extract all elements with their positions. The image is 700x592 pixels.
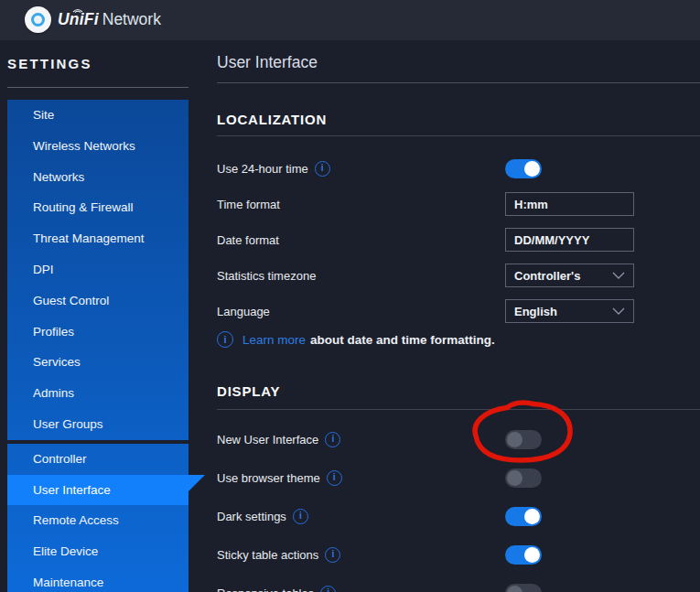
page-title-divider — [217, 82, 700, 83]
setting-label: Use 24-hour time — [217, 162, 308, 176]
toggle-knob — [507, 470, 522, 486]
use-24-hour-time-toggle[interactable] — [505, 159, 542, 178]
setting-control — [505, 430, 634, 449]
info-icon[interactable]: i — [293, 509, 308, 524]
display-rows: New User InterfaceiUse browser themeiDar… — [217, 427, 634, 592]
info-icon[interactable]: i — [315, 161, 330, 177]
sticky-table-actions-toggle[interactable] — [505, 545, 542, 565]
sidebar-item-user-groups[interactable]: User Groups — [7, 409, 188, 440]
sidebar-item-admins[interactable]: Admins — [7, 378, 188, 409]
responsive-tables-toggle[interactable] — [505, 584, 542, 592]
setting-row-dark-settings: Dark settingsi — [217, 504, 634, 528]
setting-label: Responsive tables — [217, 587, 314, 592]
setting-control — [505, 468, 634, 488]
setting-control: Controller's — [505, 264, 634, 287]
chevron-down-icon — [612, 307, 625, 315]
info-icon[interactable]: i — [327, 470, 342, 486]
brand-network: Network — [102, 10, 161, 28]
section-heading-localization: LOCALIZATION — [217, 112, 327, 127]
dark-settings-toggle[interactable] — [505, 507, 542, 526]
setting-control — [505, 192, 634, 216]
sidebar-item-routing-firewall[interactable]: Routing & Firewall — [7, 192, 188, 223]
setting-label: Date format — [217, 233, 279, 247]
sidebar-nav: SiteWireless NetworksNetworksRouting & F… — [7, 100, 188, 592]
brand-unifi: UniFi — [58, 10, 99, 28]
note-text: about date and time formatting. — [310, 333, 495, 347]
setting-row-use-browser-theme: Use browser themei — [217, 466, 634, 490]
sidebar-item-services[interactable]: Services — [7, 347, 188, 378]
setting-label-wrap: Responsive tablesi — [217, 586, 336, 592]
setting-row-new-user-interface: New User Interfacei — [217, 427, 634, 451]
brand-title: UniFiNetwork — [58, 10, 161, 29]
wifi-arcs-icon — [71, 5, 84, 13]
setting-label: Sticky table actions — [217, 548, 318, 562]
toggle-knob — [524, 509, 540, 524]
setting-row-responsive-tables: Responsive tablesi — [217, 581, 634, 592]
new-user-interface-toggle[interactable] — [505, 430, 542, 449]
setting-control — [505, 228, 634, 252]
select-value: Controller's — [514, 269, 580, 283]
sidebar-item-dpi[interactable]: DPI — [7, 254, 188, 285]
setting-control — [505, 545, 634, 565]
setting-label: Language — [217, 305, 270, 318]
select-value: English — [514, 305, 557, 318]
info-icon[interactable]: i — [320, 586, 336, 592]
setting-label-wrap: Use 24-hour timei — [217, 161, 330, 177]
setting-control — [505, 159, 634, 178]
use-browser-theme-toggle[interactable] — [505, 468, 542, 488]
setting-label-wrap: Language — [217, 305, 270, 318]
setting-row-statistics-timezone: Statistics timezoneController's — [217, 264, 634, 287]
chevron-down-icon — [612, 272, 625, 279]
sidebar-item-elite-device[interactable]: Elite Device — [7, 536, 188, 567]
sidebar-item-controller[interactable]: Controller — [7, 444, 188, 475]
setting-label-wrap: Use browser themei — [217, 470, 342, 486]
sidebar-item-maintenance[interactable]: Maintenance — [7, 567, 188, 592]
setting-row-time-format: Time format — [217, 192, 634, 216]
sidebar-item-site[interactable]: Site — [7, 100, 188, 131]
learn-more-link[interactable]: Learn more — [242, 333, 306, 347]
setting-label: Statistics timezone — [217, 269, 316, 283]
language-select[interactable]: English — [505, 299, 634, 323]
toggle-knob — [524, 547, 540, 563]
info-icon[interactable]: i — [325, 547, 340, 563]
setting-label: Dark settings — [217, 510, 286, 523]
sidebar-item-guest-control[interactable]: Guest Control — [7, 285, 188, 317]
setting-row-sticky-table-actions: Sticky table actionsi — [217, 543, 634, 566]
time-format-input[interactable] — [505, 192, 634, 216]
sidebar-item-remote-access[interactable]: Remote Access — [7, 505, 188, 536]
page-title: User Interface — [217, 53, 318, 72]
setting-control — [505, 507, 634, 526]
setting-row-language: LanguageEnglish — [217, 299, 634, 323]
settings-title: SETTINGS — [7, 56, 92, 71]
toggle-knob — [507, 432, 522, 447]
sidebar-item-networks[interactable]: Networks — [7, 162, 188, 193]
date-format-input[interactable] — [505, 228, 634, 252]
setting-label-wrap: Sticky table actionsi — [217, 547, 340, 563]
setting-label-wrap: Date format — [217, 233, 279, 247]
setting-label: New User Interface — [217, 433, 318, 447]
section-heading-display: DISPLAY — [217, 383, 280, 399]
toggle-knob — [524, 161, 540, 177]
unifi-logo[interactable] — [25, 6, 51, 33]
sidebar-item-user-interface[interactable]: User Interface — [7, 475, 188, 506]
setting-control — [505, 584, 634, 592]
setting-label-wrap: Time format — [217, 198, 280, 211]
setting-label-wrap: New User Interfacei — [217, 432, 340, 447]
info-icon: i — [217, 331, 233, 348]
sidebar-item-profiles[interactable]: Profiles — [7, 317, 188, 348]
sidebar-item-wireless-networks[interactable]: Wireless Networks — [7, 131, 188, 162]
setting-row-use-24-hour-time: Use 24-hour timei — [217, 156, 634, 180]
setting-label: Use browser theme — [217, 471, 320, 485]
localization-rows: Use 24-hour timeiTime formatDate formatS… — [217, 156, 634, 335]
app-header: UniFiNetwork — [0, 0, 700, 40]
info-icon[interactable]: i — [325, 432, 340, 447]
section-divider-display — [217, 409, 700, 410]
setting-label: Time format — [217, 198, 280, 211]
sidebar-item-threat-management[interactable]: Threat Management — [7, 223, 188, 254]
selected-item-arrow — [188, 475, 205, 491]
toggle-knob — [507, 586, 522, 592]
settings-divider — [7, 87, 188, 88]
setting-row-date-format: Date format — [217, 228, 634, 252]
statistics-timezone-select[interactable]: Controller's — [505, 264, 634, 287]
setting-control: English — [505, 299, 634, 323]
